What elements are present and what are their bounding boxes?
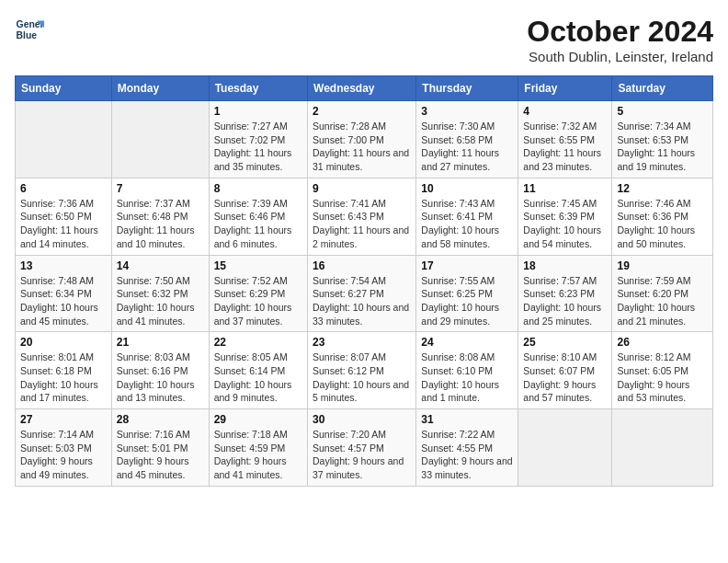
day-info: Sunrise: 7:18 AMSunset: 4:59 PMDaylight:… <box>214 428 302 482</box>
day-info: Sunrise: 8:07 AMSunset: 6:12 PMDaylight:… <box>313 350 411 405</box>
day-info: Sunrise: 7:32 AMSunset: 6:55 PMDaylight:… <box>523 120 607 174</box>
week-row-3: 13Sunrise: 7:48 AMSunset: 6:34 PMDayligh… <box>16 255 713 332</box>
calendar-cell: 16Sunrise: 7:54 AMSunset: 6:27 PMDayligh… <box>308 255 416 332</box>
header-saturday: Saturday <box>612 76 713 101</box>
day-number: 8 <box>214 182 302 195</box>
calendar-cell: 13Sunrise: 7:48 AMSunset: 6:34 PMDayligh… <box>16 255 112 332</box>
day-number: 30 <box>313 413 411 426</box>
calendar-cell: 17Sunrise: 7:55 AMSunset: 6:25 PMDayligh… <box>416 255 518 332</box>
day-info: Sunrise: 8:03 AMSunset: 6:16 PMDaylight:… <box>117 350 204 405</box>
day-info: Sunrise: 7:39 AMSunset: 6:46 PMDaylight:… <box>214 197 302 251</box>
day-number: 20 <box>20 336 107 349</box>
calendar-cell <box>111 101 209 178</box>
calendar-cell: 14Sunrise: 7:50 AMSunset: 6:32 PMDayligh… <box>111 255 209 332</box>
header-sunday: Sunday <box>16 76 112 101</box>
logo-icon: General Blue <box>15 15 44 44</box>
calendar-cell: 1Sunrise: 7:27 AMSunset: 7:02 PMDaylight… <box>209 101 307 178</box>
day-info: Sunrise: 7:50 AMSunset: 6:32 PMDaylight:… <box>117 274 204 328</box>
calendar-cell: 10Sunrise: 7:43 AMSunset: 6:41 PMDayligh… <box>416 178 518 255</box>
day-info: Sunrise: 8:05 AMSunset: 6:14 PMDaylight:… <box>214 350 302 405</box>
header-thursday: Thursday <box>416 76 518 101</box>
calendar-cell: 29Sunrise: 7:18 AMSunset: 4:59 PMDayligh… <box>209 409 307 487</box>
day-info: Sunrise: 7:59 AMSunset: 6:20 PMDaylight:… <box>617 274 708 328</box>
calendar-cell: 4Sunrise: 7:32 AMSunset: 6:55 PMDaylight… <box>518 101 612 178</box>
calendar-cell: 21Sunrise: 8:03 AMSunset: 6:16 PMDayligh… <box>111 332 209 409</box>
calendar-cell: 3Sunrise: 7:30 AMSunset: 6:58 PMDaylight… <box>416 101 518 178</box>
day-info: Sunrise: 7:57 AMSunset: 6:23 PMDaylight:… <box>523 274 607 328</box>
day-info: Sunrise: 7:27 AMSunset: 7:02 PMDaylight:… <box>214 120 302 174</box>
day-number: 10 <box>421 182 513 195</box>
calendar-cell: 5Sunrise: 7:34 AMSunset: 6:53 PMDaylight… <box>612 101 713 178</box>
svg-text:Blue: Blue <box>17 30 38 40</box>
week-row-4: 20Sunrise: 8:01 AMSunset: 6:18 PMDayligh… <box>16 332 713 409</box>
week-row-2: 6Sunrise: 7:36 AMSunset: 6:50 PMDaylight… <box>16 178 713 255</box>
day-number: 19 <box>617 259 708 272</box>
day-info: Sunrise: 7:22 AMSunset: 4:55 PMDaylight:… <box>421 428 513 482</box>
day-info: Sunrise: 7:54 AMSunset: 6:27 PMDaylight:… <box>313 274 411 328</box>
day-number: 29 <box>214 413 302 426</box>
calendar-cell: 25Sunrise: 8:10 AMSunset: 6:07 PMDayligh… <box>518 332 612 409</box>
day-number: 26 <box>617 336 708 349</box>
day-info: Sunrise: 8:10 AMSunset: 6:07 PMDaylight:… <box>523 350 607 405</box>
day-info: Sunrise: 8:12 AMSunset: 6:05 PMDaylight:… <box>617 350 708 405</box>
day-number: 7 <box>117 182 204 195</box>
week-row-1: 1Sunrise: 7:27 AMSunset: 7:02 PMDaylight… <box>16 101 713 178</box>
calendar-cell <box>518 409 612 487</box>
calendar-cell: 12Sunrise: 7:46 AMSunset: 6:36 PMDayligh… <box>612 178 713 255</box>
calendar-cell: 6Sunrise: 7:36 AMSunset: 6:50 PMDaylight… <box>16 178 112 255</box>
calendar-cell: 19Sunrise: 7:59 AMSunset: 6:20 PMDayligh… <box>612 255 713 332</box>
day-number: 23 <box>313 336 411 349</box>
calendar-cell: 15Sunrise: 7:52 AMSunset: 6:29 PMDayligh… <box>209 255 307 332</box>
page-header: General Blue October 2024 South Dublin, … <box>15 15 713 64</box>
logo: General Blue <box>15 15 44 44</box>
day-info: Sunrise: 8:08 AMSunset: 6:10 PMDaylight:… <box>421 350 513 405</box>
day-number: 18 <box>523 259 607 272</box>
day-info: Sunrise: 8:01 AMSunset: 6:18 PMDaylight:… <box>20 350 107 405</box>
day-number: 13 <box>20 259 107 272</box>
calendar-cell: 11Sunrise: 7:45 AMSunset: 6:39 PMDayligh… <box>518 178 612 255</box>
day-number: 31 <box>421 413 513 426</box>
day-number: 11 <box>523 182 607 195</box>
calendar-cell: 2Sunrise: 7:28 AMSunset: 7:00 PMDaylight… <box>308 101 416 178</box>
calendar-header-row: SundayMondayTuesdayWednesdayThursdayFrid… <box>16 76 713 101</box>
calendar-cell: 9Sunrise: 7:41 AMSunset: 6:43 PMDaylight… <box>308 178 416 255</box>
day-info: Sunrise: 7:52 AMSunset: 6:29 PMDaylight:… <box>214 274 302 328</box>
header-wednesday: Wednesday <box>308 76 416 101</box>
day-number: 6 <box>20 182 107 195</box>
subtitle: South Dublin, Leinster, Ireland <box>527 49 713 64</box>
day-info: Sunrise: 7:45 AMSunset: 6:39 PMDaylight:… <box>523 197 607 251</box>
calendar-cell <box>612 409 713 487</box>
calendar-table: SundayMondayTuesdayWednesdayThursdayFrid… <box>15 75 713 487</box>
day-number: 16 <box>313 259 411 272</box>
day-info: Sunrise: 7:20 AMSunset: 4:57 PMDaylight:… <box>313 428 411 482</box>
day-number: 1 <box>214 105 302 118</box>
calendar-cell: 31Sunrise: 7:22 AMSunset: 4:55 PMDayligh… <box>416 409 518 487</box>
calendar-cell: 18Sunrise: 7:57 AMSunset: 6:23 PMDayligh… <box>518 255 612 332</box>
calendar-cell: 26Sunrise: 8:12 AMSunset: 6:05 PMDayligh… <box>612 332 713 409</box>
calendar-cell: 23Sunrise: 8:07 AMSunset: 6:12 PMDayligh… <box>308 332 416 409</box>
calendar-cell: 27Sunrise: 7:14 AMSunset: 5:03 PMDayligh… <box>16 409 112 487</box>
day-number: 21 <box>117 336 204 349</box>
calendar-cell: 7Sunrise: 7:37 AMSunset: 6:48 PMDaylight… <box>111 178 209 255</box>
calendar-cell: 24Sunrise: 8:08 AMSunset: 6:10 PMDayligh… <box>416 332 518 409</box>
day-info: Sunrise: 7:16 AMSunset: 5:01 PMDaylight:… <box>117 428 204 482</box>
main-title: October 2024 <box>527 15 713 49</box>
calendar-cell <box>16 101 112 178</box>
day-info: Sunrise: 7:55 AMSunset: 6:25 PMDaylight:… <box>421 274 513 328</box>
calendar-cell: 30Sunrise: 7:20 AMSunset: 4:57 PMDayligh… <box>308 409 416 487</box>
day-number: 5 <box>617 105 708 118</box>
day-info: Sunrise: 7:43 AMSunset: 6:41 PMDaylight:… <box>421 197 513 251</box>
calendar-cell: 28Sunrise: 7:16 AMSunset: 5:01 PMDayligh… <box>111 409 209 487</box>
week-row-5: 27Sunrise: 7:14 AMSunset: 5:03 PMDayligh… <box>16 409 713 487</box>
day-info: Sunrise: 7:41 AMSunset: 6:43 PMDaylight:… <box>313 197 411 251</box>
day-number: 27 <box>20 413 107 426</box>
header-tuesday: Tuesday <box>209 76 307 101</box>
title-block: October 2024 South Dublin, Leinster, Ire… <box>527 15 713 64</box>
day-number: 9 <box>313 182 411 195</box>
day-number: 22 <box>214 336 302 349</box>
day-info: Sunrise: 7:37 AMSunset: 6:48 PMDaylight:… <box>117 197 204 251</box>
calendar-cell: 22Sunrise: 8:05 AMSunset: 6:14 PMDayligh… <box>209 332 307 409</box>
day-info: Sunrise: 7:28 AMSunset: 7:00 PMDaylight:… <box>313 120 411 174</box>
day-number: 14 <box>117 259 204 272</box>
day-number: 17 <box>421 259 513 272</box>
